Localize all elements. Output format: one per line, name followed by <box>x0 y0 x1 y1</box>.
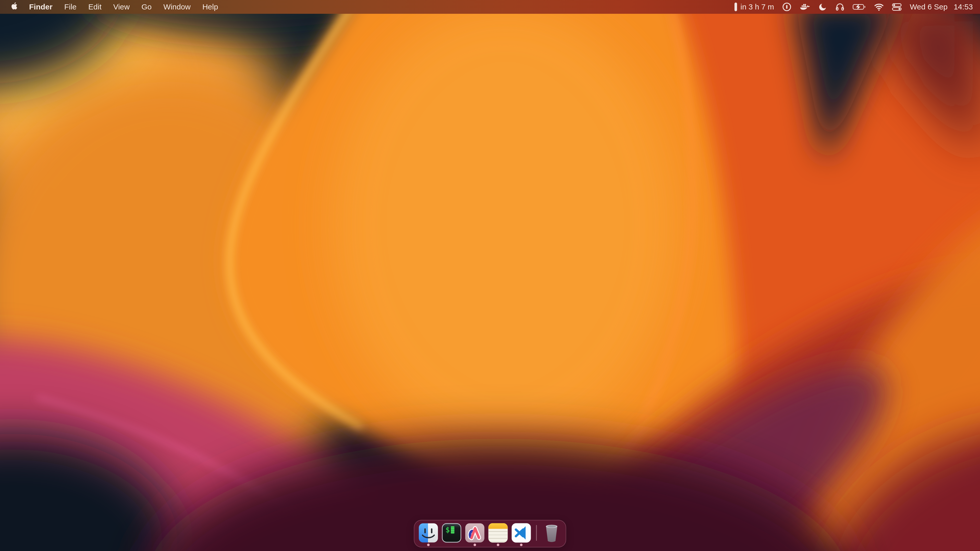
clock-date: Wed 6 Sep <box>910 3 948 11</box>
notes-icon[interactable] <box>488 523 508 543</box>
menu-file[interactable]: File <box>59 0 83 14</box>
menu-view[interactable]: View <box>107 0 135 14</box>
menu-help[interactable]: Help <box>197 0 224 14</box>
timer-bar-icon <box>735 3 737 11</box>
apple-menu[interactable] <box>6 0 23 14</box>
menu-bar: Finder File Edit View Go Window Help in … <box>0 0 980 14</box>
control-center-icon <box>892 3 902 11</box>
menu-window[interactable]: Window <box>158 0 197 14</box>
status-event-timer[interactable]: in 3 h 7 m <box>730 0 778 14</box>
status-battery[interactable] <box>849 0 870 14</box>
terminal-cursor <box>451 526 455 534</box>
dock-divider <box>536 525 537 541</box>
status-docker[interactable] <box>795 0 815 14</box>
running-indicator <box>474 544 476 546</box>
menu-bar-clock[interactable]: Wed 6 Sep 14:53 <box>906 0 974 14</box>
status-control-center[interactable] <box>888 0 906 14</box>
wifi-icon <box>874 3 884 11</box>
trash-icon[interactable] <box>542 523 562 543</box>
running-indicator <box>427 544 430 546</box>
menu-go[interactable]: Go <box>135 0 158 14</box>
vscode-icon[interactable] <box>512 523 531 543</box>
running-indicator <box>497 544 500 546</box>
menu-edit[interactable]: Edit <box>83 0 107 14</box>
clock-time: 14:53 <box>954 3 973 11</box>
menu-active-app[interactable]: Finder <box>23 0 59 14</box>
status-sound-headphones[interactable] <box>831 0 849 14</box>
menu-bar-status: in 3 h 7 m <box>730 0 980 14</box>
battery-charging-icon <box>853 3 866 10</box>
timer-label: in 3 h 7 m <box>740 3 774 11</box>
dock-panel: $ <box>414 520 566 548</box>
headphones-icon <box>835 2 845 11</box>
apple-logo-icon <box>11 2 18 12</box>
status-wifi[interactable] <box>870 0 888 14</box>
docker-icon <box>800 3 810 11</box>
menu-bar-left: Finder File Edit View Go Window Help <box>0 0 224 14</box>
1password-icon <box>782 2 791 11</box>
status-1password[interactable] <box>778 0 795 14</box>
letter-a-app-icon[interactable] <box>465 523 485 543</box>
running-indicator <box>520 544 523 546</box>
wallpaper <box>0 0 980 551</box>
terminal-icon[interactable]: $ <box>442 523 461 543</box>
focus-moon-icon <box>818 3 827 11</box>
status-focus[interactable] <box>815 0 831 14</box>
dock: $ <box>414 520 566 548</box>
finder-icon[interactable] <box>419 523 438 543</box>
